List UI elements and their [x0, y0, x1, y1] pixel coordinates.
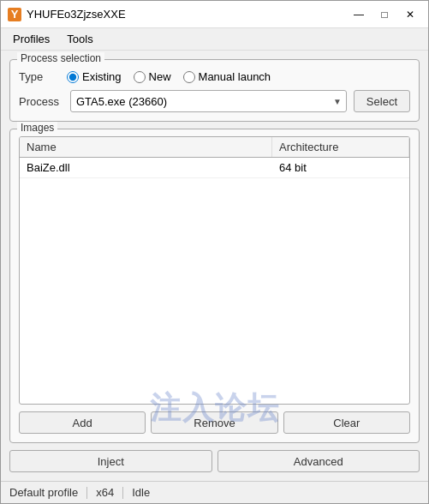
- process-row: Process GTA5.exe (23660) ▼ Select: [19, 90, 410, 112]
- status-arch: x64: [87, 486, 122, 499]
- main-window: Y YHUFEo3ZjzseXXE — □ ✕ Profiles Tools P…: [0, 0, 429, 504]
- status-idle: Idle: [123, 486, 158, 499]
- status-profile: Default profile: [9, 486, 86, 499]
- process-selection-label: Process selection: [17, 52, 104, 64]
- radio-new[interactable]: New: [134, 70, 171, 83]
- radio-manual[interactable]: Manual launch: [183, 70, 271, 83]
- radio-existing-label: Existing: [82, 70, 122, 83]
- remove-button[interactable]: Remove: [151, 411, 277, 434]
- menu-bar: Profiles Tools: [1, 28, 428, 51]
- process-selection-group: Process selection Type Existing N: [9, 59, 420, 122]
- add-button[interactable]: Add: [19, 411, 146, 434]
- process-dropdown[interactable]: GTA5.exe (23660): [70, 90, 347, 112]
- inject-button[interactable]: Inject: [9, 450, 212, 472]
- close-button[interactable]: ✕: [399, 6, 421, 23]
- window-title: YHUFEo3ZjzseXXE: [27, 8, 348, 21]
- title-bar-controls: — □ ✕: [348, 6, 421, 23]
- select-button[interactable]: Select: [354, 90, 410, 112]
- minimize-button[interactable]: —: [348, 6, 370, 23]
- menu-profiles[interactable]: Profiles: [4, 31, 58, 47]
- table-row[interactable]: BaiZe.dll 64 bit: [20, 158, 409, 178]
- image-buttons: Add Remove Clear: [19, 411, 410, 434]
- process-selection-form: Type Existing New: [19, 70, 410, 112]
- col-name: Name: [20, 137, 272, 157]
- radio-new-input[interactable]: [134, 71, 146, 83]
- main-content: Process selection Type Existing N: [1, 51, 428, 481]
- process-dropdown-wrapper: GTA5.exe (23660) ▼: [70, 90, 347, 112]
- images-group: Images Name Architecture BaiZe.dll 64 bi…: [9, 129, 420, 443]
- cell-arch: 64 bit: [272, 158, 409, 177]
- app-icon: Y: [8, 8, 21, 21]
- table-header: Name Architecture: [20, 137, 409, 158]
- radio-manual-label: Manual launch: [199, 70, 271, 83]
- title-bar: Y YHUFEo3ZjzseXXE — □ ✕: [1, 1, 428, 28]
- radio-manual-input[interactable]: [183, 71, 195, 83]
- col-arch: Architecture: [272, 137, 409, 157]
- maximize-button[interactable]: □: [373, 6, 396, 23]
- advanced-button[interactable]: Advanced: [217, 450, 420, 472]
- type-label: Type: [19, 70, 53, 83]
- content-wrapper: Process selection Type Existing N: [1, 51, 428, 481]
- type-row: Type Existing New: [19, 70, 410, 83]
- bottom-buttons: Inject Advanced: [9, 450, 420, 472]
- images-table: Name Architecture BaiZe.dll 64 bit: [19, 136, 410, 405]
- radio-group: Existing New Manual launch: [67, 70, 271, 83]
- table-body: BaiZe.dll 64 bit: [20, 158, 409, 404]
- images-label: Images: [17, 122, 57, 134]
- clear-button[interactable]: Clear: [283, 411, 410, 434]
- radio-existing[interactable]: Existing: [67, 70, 122, 83]
- radio-existing-input[interactable]: [67, 71, 79, 83]
- menu-tools[interactable]: Tools: [58, 31, 101, 47]
- process-label: Process: [19, 95, 63, 108]
- status-bar: Default profile x64 Idle: [1, 481, 428, 503]
- cell-name: BaiZe.dll: [20, 158, 272, 177]
- radio-new-label: New: [149, 70, 171, 83]
